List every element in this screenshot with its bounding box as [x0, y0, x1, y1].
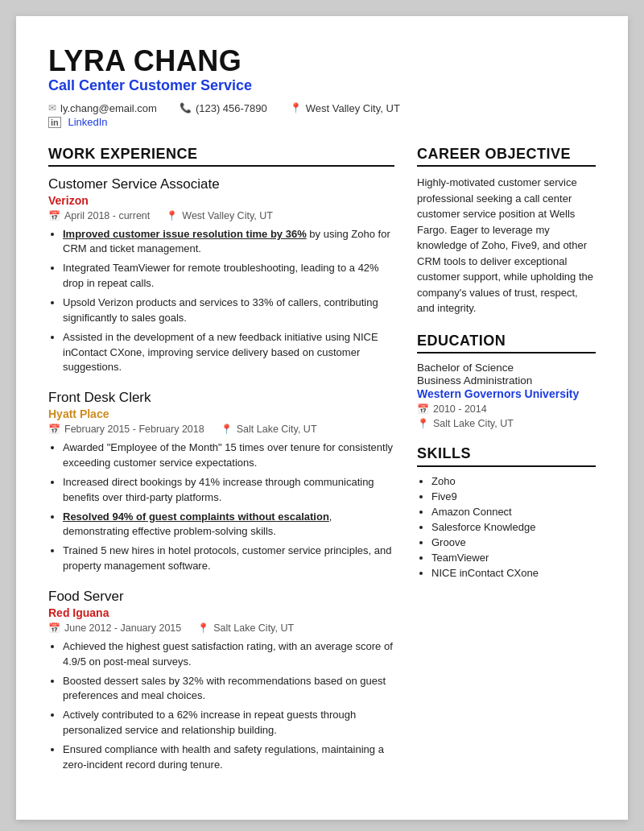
email-icon: ✉: [48, 102, 56, 114]
edu-major: Business Administration: [417, 374, 596, 387]
phone-text: (123) 456-7890: [196, 102, 267, 114]
job-title-hyatt: Front Desk Clerk: [48, 390, 394, 406]
skill-amazon: Amazon Connect: [431, 506, 596, 518]
skill-groove: Groove: [431, 536, 596, 548]
location-icon: 📍: [290, 102, 302, 114]
edu-years-text: 2010 - 2014: [433, 403, 487, 415]
job-meta-hyatt: 📅 February 2015 - February 2018 📍 Salt L…: [48, 424, 394, 435]
skills-list: Zoho Five9 Amazon Connect Salesforce Kno…: [417, 475, 596, 579]
bullet-v4: Assisted in the development of a new fee…: [63, 330, 394, 376]
bullet-r2: Boosted dessert sales by 32% with recomm…: [63, 674, 394, 705]
calendar-icon-3: 📅: [48, 622, 60, 634]
main-layout: WORK EXPERIENCE Customer Service Associa…: [48, 146, 596, 788]
job-red-iguana: Food Server Red Iguana 📅 June 2012 - Jan…: [48, 589, 394, 773]
candidate-name: LYRA CHANG: [48, 45, 596, 77]
edu-school: Western Governors University: [417, 387, 596, 400]
contact-row: ✉ ly.chang@email.com 📞 (123) 456-7890 📍 …: [48, 102, 596, 114]
email-text: ly.chang@email.com: [60, 102, 157, 114]
email-contact: ✉ ly.chang@email.com: [48, 102, 157, 114]
career-objective-title: CAREER OBJECTIVE: [417, 146, 596, 167]
job-hyatt: Front Desk Clerk Hyatt Place 📅 February …: [48, 390, 394, 574]
skill-salesforce: Salesforce Knowledge: [431, 521, 596, 533]
job-dates-verizon: 📅 April 2018 - current: [48, 210, 150, 221]
dates-text-1: April 2018 - current: [64, 210, 150, 221]
calendar-icon-1: 📅: [48, 210, 60, 221]
education-title: EDUCATION: [417, 333, 596, 354]
job-verizon: Customer Service Associate Verizon 📅 Apr…: [48, 176, 394, 376]
resume-document: LYRA CHANG Call Center Customer Service …: [16, 16, 628, 820]
job-meta-verizon: 📅 April 2018 - current 📍 West Valley Cit…: [48, 210, 394, 221]
location-text-1: West Valley City, UT: [182, 210, 273, 221]
linkedin-link[interactable]: LinkedIn: [68, 116, 107, 128]
employer-red-iguana: Red Iguana: [48, 606, 394, 619]
employer-hyatt: Hyatt Place: [48, 407, 394, 420]
skill-teamviewer: TeamViewer: [431, 552, 596, 564]
edu-location-text: Salt Lake City, UT: [433, 418, 514, 429]
dates-text-3: June 2012 - January 2015: [64, 622, 181, 634]
location-contact: 📍 West Valley City, UT: [290, 102, 400, 114]
education-section: EDUCATION Bachelor of Science Business A…: [417, 333, 596, 430]
edu-years: 📅 2010 - 2014: [417, 403, 487, 415]
job-dates-hyatt: 📅 February 2015 - February 2018: [48, 424, 204, 435]
skill-five9: Five9: [431, 490, 596, 502]
dates-text-2: February 2015 - February 2018: [64, 424, 204, 435]
bullet-h4: Trained 5 new hires in hotel protocols, …: [63, 544, 394, 574]
phone-icon: 📞: [180, 102, 192, 114]
calendar-icon-edu: 📅: [417, 403, 429, 415]
job-location-verizon: 📍 West Valley City, UT: [166, 210, 273, 221]
edu-location: 📍 Salt Lake City, UT: [417, 418, 514, 429]
bullet-v3: Upsold Verizon products and services to …: [63, 296, 394, 326]
job-meta-red-iguana: 📅 June 2012 - January 2015 📍 Salt Lake C…: [48, 622, 394, 634]
edu-degree: Bachelor of Science: [417, 362, 596, 374]
career-objective-section: CAREER OBJECTIVE Highly-motivated custom…: [417, 146, 596, 316]
edu-location-row: 📍 Salt Lake City, UT: [417, 418, 596, 429]
job-location-hyatt: 📍 Salt Lake City, UT: [221, 424, 317, 435]
skills-title: SKILLS: [417, 445, 596, 467]
work-experience-title: WORK EXPERIENCE: [48, 146, 394, 167]
location-icon-edu: 📍: [417, 418, 429, 429]
employer-verizon: Verizon: [48, 194, 394, 207]
bullet-r4: Ensured compliance with health and safet…: [63, 742, 394, 773]
calendar-icon-2: 📅: [48, 424, 60, 435]
location-text-2: Salt Lake City, UT: [237, 424, 317, 435]
candidate-title: Call Center Customer Service: [48, 77, 596, 94]
bullet-v1: Improved customer issue resolution time …: [63, 227, 394, 258]
work-experience-section: WORK EXPERIENCE Customer Service Associa…: [48, 146, 394, 773]
job-title-verizon: Customer Service Associate: [48, 176, 394, 192]
linkedin-row: in LinkedIn: [48, 116, 596, 128]
bullets-hyatt: Awarded "Employee of the Month" 15 times…: [48, 440, 394, 574]
bullet-r3: Actively contributed to a 62% increase i…: [63, 708, 394, 738]
location-text: West Valley City, UT: [306, 102, 400, 114]
phone-contact: 📞 (123) 456-7890: [180, 102, 267, 114]
bullets-red-iguana: Achieved the highest guest satisfaction …: [48, 639, 394, 773]
bullet-h3: Resolved 94% of guest complaints without…: [63, 510, 394, 540]
bullet-h1: Awarded "Employee of the Month" 15 times…: [63, 440, 394, 471]
career-objective-text: Highly-motivated customer service profes…: [417, 175, 596, 316]
bullets-verizon: Improved customer issue resolution time …: [48, 227, 394, 376]
job-location-red-iguana: 📍 Salt Lake City, UT: [197, 622, 294, 634]
location-icon-2: 📍: [221, 424, 233, 435]
skill-zoho: Zoho: [431, 475, 596, 487]
bullet-h2: Increased direct bookings by 41% increas…: [63, 475, 394, 506]
linkedin-icon: in: [48, 117, 61, 128]
edu-meta: 📅 2010 - 2014: [417, 403, 596, 415]
job-title-red-iguana: Food Server: [48, 589, 394, 605]
header: LYRA CHANG Call Center Customer Service …: [48, 45, 596, 128]
skills-section: SKILLS Zoho Five9 Amazon Connect Salesfo…: [417, 445, 596, 579]
location-icon-1: 📍: [166, 210, 178, 221]
location-icon-3: 📍: [197, 622, 209, 634]
skill-nice: NICE inContact CXone: [431, 567, 596, 579]
bullet-r1: Achieved the highest guest satisfaction …: [63, 639, 394, 670]
left-column: WORK EXPERIENCE Customer Service Associa…: [48, 146, 394, 788]
right-column: CAREER OBJECTIVE Highly-motivated custom…: [417, 146, 596, 788]
job-dates-red-iguana: 📅 June 2012 - January 2015: [48, 622, 181, 634]
bullet-v2: Integrated TeamViewer for remote trouble…: [63, 261, 394, 291]
location-text-3: Salt Lake City, UT: [213, 622, 294, 634]
